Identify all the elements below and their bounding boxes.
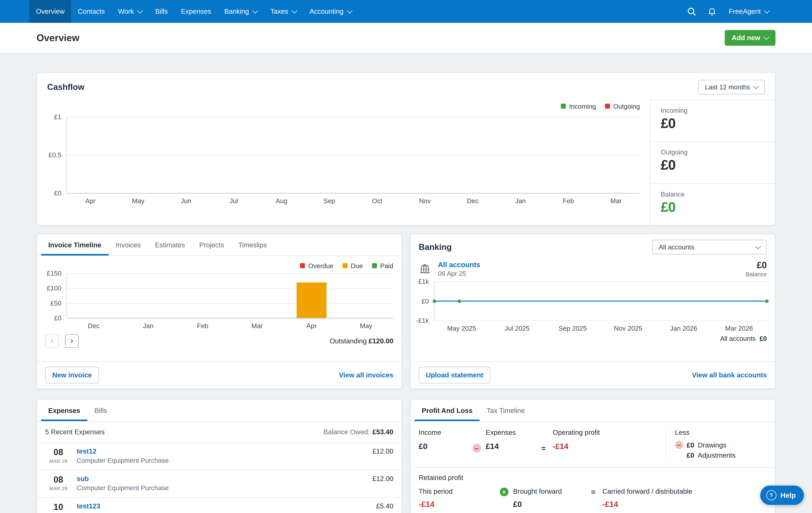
y-tick-label: £0.5 (49, 151, 61, 159)
view-all-invoices-link[interactable]: View all invoices (339, 371, 393, 379)
cashflow-card: Cashflow Last 12 months Incoming Outgoin… (36, 72, 776, 225)
bank-summary-line: All accounts £0 (411, 332, 775, 342)
expense-title-link[interactable]: test123 (77, 502, 371, 510)
x-tick-label: May 2025 (434, 325, 489, 332)
tab-profit-and-loss[interactable]: Profit And Loss (415, 400, 480, 421)
x-tick-label: Aug (258, 197, 306, 205)
bank-balance-value: £0 (746, 260, 767, 271)
stat-value: £0 (661, 199, 765, 215)
nav-item-accounting[interactable]: Accounting (303, 0, 358, 23)
nav-item-contacts[interactable]: Contacts (71, 0, 112, 23)
top-nav: Overview Contacts Work Bills Expenses Ba… (0, 0, 812, 23)
question-mark-icon: ? (766, 490, 776, 500)
nav-item-banking[interactable]: Banking (218, 0, 264, 23)
x-axis: AprMayJunJulAugSepOctNovDecJanFebMar (66, 193, 640, 205)
cashflow-range-select[interactable]: Last 12 months (698, 80, 765, 94)
tab-estimates[interactable]: Estimates (148, 234, 192, 255)
account-menu[interactable]: FreeAgent (722, 8, 776, 15)
pnl-card-tabs: Profit And Loss Tax Timeline (411, 400, 775, 422)
x-axis-row: DecJanFebMarAprMay (42, 318, 393, 330)
balance-line (434, 300, 767, 302)
y-tick-label: £0 (422, 297, 429, 305)
x-axis-row: May 2025Jul 2025Sep 2025Nov 2025Jan 2026… (414, 321, 767, 332)
banking-chart: £1k£0-£1k May 2025Jul 2025Sep 2025Nov 20… (414, 281, 767, 332)
tab-bills[interactable]: Bills (87, 400, 114, 421)
gridline (67, 318, 393, 319)
chevron-down-icon (763, 34, 769, 40)
y-tick-label: £150 (47, 270, 61, 277)
stat-incoming: Incoming £0 (650, 100, 775, 141)
minus-icon: − (675, 441, 683, 449)
tab-projects[interactable]: Projects (192, 234, 231, 255)
tab-timeslips[interactable]: Timeslips (231, 234, 274, 255)
invoice-timeline-chart: £150£100£50£0 DecJanFebMarAprMay (42, 273, 393, 330)
equals-icon: = (541, 444, 546, 453)
less-value: £0 (687, 452, 694, 459)
view-all-bank-accounts-link[interactable]: View all bank accounts (692, 371, 767, 379)
nav-item-overview[interactable]: Overview (29, 0, 71, 23)
x-tick-label: Jan 2026 (656, 325, 712, 332)
help-button[interactable]: ? Help (760, 486, 804, 505)
tab-tax-timeline[interactable]: Tax Timeline (480, 400, 532, 421)
pnl-brought-forward: Brought forward £0 (513, 488, 584, 509)
nav-item-work[interactable]: Work (112, 0, 149, 23)
add-new-button[interactable]: Add new (725, 30, 776, 46)
tab-invoice-timeline[interactable]: Invoice Timeline (41, 234, 109, 255)
banking-title: Banking (419, 242, 452, 252)
this-period-value: -£14 (419, 500, 495, 509)
bank-building-icon (419, 263, 432, 275)
main-content: Cashflow Last 12 months Incoming Outgoin… (0, 53, 812, 513)
expense-title-link[interactable]: test12 (77, 448, 367, 455)
notifications-bell-icon[interactable] (702, 7, 722, 16)
tab-expenses[interactable]: Expenses (41, 400, 87, 421)
x-tick-label: Nov 2025 (600, 325, 656, 332)
next-period-button[interactable]: › (65, 334, 79, 348)
legend-overdue: Overdue (300, 262, 334, 270)
prev-period-button[interactable]: ‹ (45, 334, 59, 348)
plus-icon: + (500, 488, 509, 496)
data-point[interactable] (458, 299, 461, 303)
x-tick-label: Mar (592, 197, 640, 205)
brought-forward-value: £0 (513, 500, 584, 509)
expense-amount: £12.00 (372, 475, 393, 492)
plot-area (66, 273, 393, 318)
all-accounts-link[interactable]: All accounts (438, 261, 480, 269)
page-title: Overview (36, 32, 80, 44)
nav-label: Bills (155, 8, 168, 15)
nav-right: FreeAgent (682, 0, 776, 23)
gridline (434, 321, 767, 321)
expense-title-link[interactable]: sub (77, 475, 367, 483)
gridline (434, 281, 767, 282)
x-tick-label: Mar (230, 322, 284, 330)
chevron-down-icon (753, 83, 759, 89)
x-tick-label: Jan (497, 197, 545, 205)
help-label: Help (780, 491, 796, 499)
stat-outgoing: Outgoing £0 (650, 141, 775, 183)
stat-label: Outgoing (661, 148, 765, 156)
x-axis: May 2025Jul 2025Sep 2025Nov 2025Jan 2026… (434, 321, 767, 332)
chart-plot-row: £1k£0-£1k (414, 281, 767, 321)
outstanding-value: £120.00 (369, 337, 393, 345)
tab-invoices[interactable]: Invoices (109, 234, 148, 255)
chevron-down-icon (252, 8, 258, 14)
nav-item-bills[interactable]: Bills (148, 0, 174, 23)
expenses-card-tabs: Expenses Bills (37, 400, 401, 422)
expense-category: Computer Equipment Purchase (77, 484, 367, 492)
summary-label: All accounts (720, 335, 755, 342)
x-tick-label: May (114, 197, 162, 205)
upload-statement-button[interactable]: Upload statement (419, 367, 490, 383)
chart-bar-due[interactable] (297, 282, 327, 318)
nav-label: Work (118, 8, 134, 15)
data-point[interactable] (765, 299, 769, 303)
nav-item-taxes[interactable]: Taxes (264, 0, 303, 23)
pnl-retained-row: This period -£14 + Brought forward £0 = … (419, 488, 767, 509)
new-invoice-button[interactable]: New invoice (45, 367, 99, 383)
data-point[interactable] (433, 299, 436, 303)
pnl-this-period: This period -£14 (419, 488, 495, 509)
bank-balance-label: Balance (746, 271, 767, 277)
search-icon[interactable] (682, 7, 702, 16)
pnl-income-value: £0 (419, 442, 467, 451)
banking-account-select[interactable]: All accounts (652, 240, 767, 254)
nav-item-expenses[interactable]: Expenses (174, 0, 218, 23)
expense-month: MAR 26 (45, 458, 71, 464)
